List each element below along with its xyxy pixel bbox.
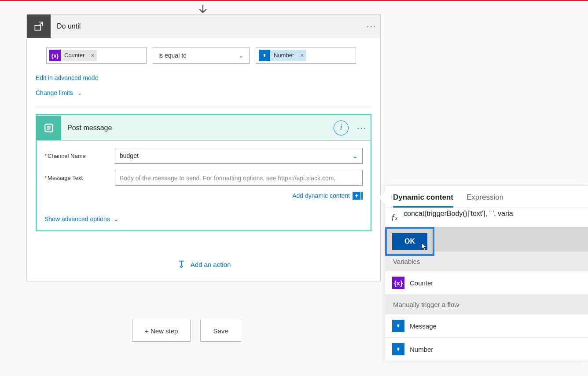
chevron-down-icon: ⌄ (77, 90, 82, 96)
post-message-header[interactable]: Post message i ··· (37, 115, 371, 141)
dc-item-label: Message (410, 322, 437, 330)
trigger-icon (259, 50, 270, 61)
add-action-row: Add an action (36, 259, 371, 270)
new-step-button[interactable]: + New step (132, 320, 191, 342)
show-advanced-options[interactable]: Show advanced options ⌄ (37, 213, 371, 230)
dc-item-number[interactable]: Number (385, 338, 588, 361)
section-trigger: Manually trigger a flow (385, 295, 588, 314)
channel-row: *Channel Name budget ⌄ (44, 148, 363, 164)
condition-operator-select[interactable]: is equal to ⌄ (153, 47, 250, 64)
channel-label: *Channel Name (44, 153, 115, 159)
variable-icon: {x} (392, 277, 404, 289)
panel-pointer-icon (379, 191, 385, 204)
do-until-header[interactable]: Do until ··· (27, 15, 380, 38)
dc-item-label: Counter (410, 279, 433, 287)
token-number[interactable]: Number × (259, 50, 306, 61)
edit-advanced-link[interactable]: Edit in advanced mode (36, 74, 371, 81)
edit-advanced-label: Edit in advanced mode (36, 74, 98, 81)
tab-dynamic-content[interactable]: Dynamic content (393, 193, 453, 208)
slack-icon (37, 116, 61, 140)
message-row: *Message Text Body of the message to sen… (44, 170, 363, 186)
add-dynamic-label: Add dynamic content (292, 192, 350, 199)
dc-item-label: Number (410, 346, 433, 353)
do-until-card: Do until ··· {x} Counter × is equal to ⌄ (26, 14, 381, 281)
condition-left-input[interactable]: {x} Counter × (46, 47, 147, 64)
dynamic-content-panel: Dynamic content Expression ƒx concat(tri… (385, 186, 588, 361)
trigger-icon (392, 320, 404, 332)
advanced-options-label: Show advanced options (44, 215, 110, 223)
add-dynamic-content-button[interactable]: Add dynamic content + (292, 192, 363, 200)
do-until-body: {x} Counter × is equal to ⌄ Number (27, 38, 380, 281)
add-action-label: Add an action (191, 261, 231, 268)
expression-input-row: ƒx concat(triggerBody()['text'], ' ', va… (385, 208, 588, 227)
channel-label-text: Channel Name (48, 153, 86, 159)
svg-rect-0 (35, 25, 40, 30)
footer-buttons: + New step Save (132, 320, 241, 342)
token-label: Number (270, 50, 298, 61)
chevron-down-icon: ⌄ (114, 215, 119, 223)
token-remove-icon[interactable]: × (298, 50, 306, 61)
add-dynamic-row: Add dynamic content + (44, 192, 363, 200)
variable-icon: {x} (49, 50, 61, 61)
info-icon[interactable]: i (334, 120, 349, 135)
message-label-text: Message Text (48, 175, 83, 181)
chevron-down-icon: ⌄ (239, 52, 244, 59)
fx-icon: ƒx (385, 213, 404, 222)
do-until-menu-icon[interactable]: ··· (363, 21, 380, 31)
change-limits-link[interactable]: Change limits ⌄ (36, 89, 371, 96)
dc-item-message[interactable]: Message (385, 314, 588, 338)
message-label: *Message Text (44, 175, 115, 181)
tab-expression[interactable]: Expression (467, 193, 503, 208)
token-label: Counter (61, 50, 88, 61)
add-action-button[interactable]: Add an action (176, 259, 231, 269)
post-message-menu-icon[interactable]: ··· (353, 123, 371, 133)
flow-canvas: Do until ··· {x} Counter × is equal to ⌄ (0, 1, 588, 376)
save-button[interactable]: Save (200, 320, 241, 342)
token-counter[interactable]: {x} Counter × (49, 50, 97, 61)
condition-right-input[interactable]: Number × (256, 47, 356, 64)
insert-step-icon (176, 259, 186, 269)
condition-row: {x} Counter × is equal to ⌄ Number (36, 47, 371, 64)
ok-highlight: OK (385, 227, 434, 256)
ok-bar: OK (385, 227, 588, 252)
change-limits-label: Change limits (36, 89, 73, 96)
do-until-icon (27, 15, 51, 38)
operator-label: is equal to (158, 52, 187, 59)
chevron-down-icon: ⌄ (352, 152, 358, 160)
trigger-icon (392, 343, 404, 355)
do-until-title: Do until (51, 22, 363, 30)
plus-icon: + (353, 192, 360, 200)
channel-select[interactable]: budget ⌄ (115, 148, 363, 164)
channel-value: budget (120, 152, 139, 159)
cursor-icon (419, 242, 428, 252)
panel-bar-icon (361, 192, 363, 200)
post-message-body: *Channel Name budget ⌄ *Message Text Bod… (37, 141, 371, 213)
expression-input[interactable]: concat(triggerBody()['text'], ' ', varia (404, 210, 588, 226)
token-remove-icon[interactable]: × (88, 50, 97, 61)
dc-item-counter[interactable]: {x} Counter (385, 271, 588, 295)
post-message-card: Post message i ··· *Channel Name budget … (36, 114, 371, 231)
divider (36, 106, 371, 106)
post-message-title: Post message (61, 124, 334, 132)
dc-tabs: Dynamic content Expression (385, 186, 588, 208)
message-input[interactable]: Body of the message to send. For formatt… (115, 170, 363, 186)
